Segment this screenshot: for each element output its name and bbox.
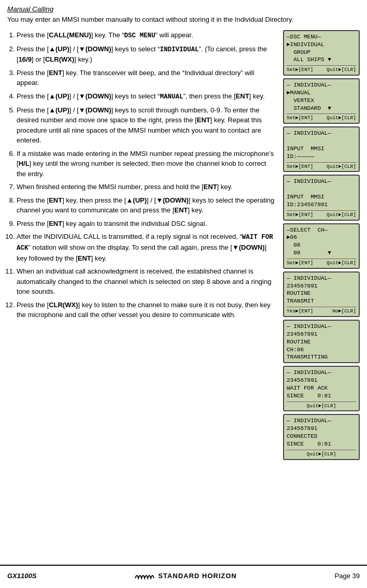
screen5-btn-right: Quit►[CLR] <box>327 260 356 267</box>
ent-key-5: ENT <box>49 196 62 204</box>
screen7-line2: 234567891 <box>287 331 356 338</box>
instruction-2: Press the [▲(UP)] / [▼(DOWN)] keys to se… <box>17 44 277 65</box>
instruction-12: Press the [CLR(WX)] key to listen to the… <box>17 300 277 320</box>
screen4-btn-left: Set►[ENT] <box>287 212 313 219</box>
instruction-7: When finished entering the MMSI number, … <box>17 182 277 192</box>
screen9-line1: — INDIVIDUAL— <box>287 417 356 425</box>
screen1-line3: GROUP <box>287 49 356 56</box>
up-key-2: ▲(UP) <box>49 92 69 100</box>
up-key: ▲(UP) <box>49 45 69 53</box>
down-key-4: ▼(DOWN) <box>156 196 189 204</box>
screen3-line1: — INDIVIDUAL— <box>287 130 356 137</box>
screen5-btn-left: Set►[ENT] <box>287 260 313 267</box>
screen-input-mmsi-empty: — INDIVIDUAL— INPUT MMSI ID:————— Set►[E… <box>283 126 360 172</box>
screen2-btn-left: Set►[ENT] <box>287 115 313 122</box>
screen3-line2 <box>287 137 356 145</box>
screen8-line4: SINCE 0:01 <box>287 392 356 400</box>
key-169: 16/9 <box>19 55 32 63</box>
footer: GX1100S STANDARD HORIZON Page 39 <box>0 565 367 583</box>
screen8-line1: — INDIVIDUAL— <box>287 369 356 377</box>
ent-key-3: ENT <box>197 116 210 124</box>
screen3-line3: INPUT MMSI <box>287 145 356 153</box>
screen5-line4: 09 ▼ <box>287 249 356 257</box>
ent-key-8: ENT <box>78 254 91 262</box>
screen5-line2: ►06 <box>287 234 356 241</box>
screen7-line3: ROUTINE <box>287 338 356 346</box>
clr-wx-key: CLR(WX) <box>45 55 74 63</box>
screen6-line4: TRANSMIT <box>287 297 356 305</box>
screen2-line4: STANDARD ▼ <box>287 105 356 112</box>
screen8-line3: WAIT FOR ACK <box>287 384 356 392</box>
ent-key: ENT <box>49 69 62 77</box>
screen2-line1: — INDIVIDUAL— <box>287 81 356 89</box>
instructions-list: Press the [CALL(MENU)] key. The “DSC MEN… <box>7 30 277 323</box>
screen7-line5: TRANSMITTING <box>287 353 356 361</box>
screen6-btn-left: Yes►[ENT] <box>287 308 313 315</box>
down-key: ▼(DOWN) <box>79 45 111 53</box>
instruction-11: When an individual call acknowledgment i… <box>17 266 277 297</box>
screen1-line1: —DSC MENU— <box>287 33 356 41</box>
screen5-line3: 08 <box>287 241 356 249</box>
instruction-3: Press the [ENT] key. The transceiver wil… <box>17 68 277 88</box>
ent-key-7: ENT <box>49 220 62 227</box>
screen2-btn-right: Quit►[CLR] <box>327 115 356 122</box>
screen-input-mmsi-filled: — INDIVIDUAL— INPUT MMSI ID:234567891 Se… <box>283 175 360 220</box>
screen1-line2: ►INDIVIDUAL <box>287 41 356 49</box>
screen3-line4: ID:————— <box>287 153 356 161</box>
screen4-line1: — INDIVIDUAL— <box>287 178 356 185</box>
down-key-5: ▼(DOWN) <box>232 243 265 251</box>
screen6-btn-right: No►[CLR] <box>332 308 356 315</box>
screen4-line3: INPUT MMSI <box>287 193 356 201</box>
footer-logo: STANDARD HORIZON <box>134 569 237 583</box>
screen-transmitting: — INDIVIDUAL— 234567891 ROUTINE CH:06 TR… <box>283 320 360 363</box>
instruction-6: If a mistake was made entering in the MM… <box>17 149 277 179</box>
screen7-line1: — INDIVIDUAL— <box>287 323 356 331</box>
instruction-4: Press the [▲(UP)] / [▼(DOWN)] keys to se… <box>17 91 277 102</box>
screen9-line3: CONNECTED <box>287 433 356 440</box>
instruction-5: Press the [▲(UP)] / [▼(DOWN)] keys to sc… <box>17 105 277 146</box>
hl-key: H/L <box>19 160 30 167</box>
individual-label: INDIVIDUAL <box>160 46 199 53</box>
footer-brand-name: STANDARD HORIZON <box>158 572 237 580</box>
screen4-line4: ID:234567891 <box>287 201 356 209</box>
screen1-btn-right: Quit►[CLR] <box>327 67 356 74</box>
screen2-line3: VERTEX <box>287 97 356 105</box>
footer-model: GX1100S <box>7 572 36 580</box>
instruction-10: After the INDIVIDUAL CALL is transmitted… <box>17 232 277 263</box>
screen8-line2: 234567891 <box>287 377 356 384</box>
screen-individual-menu: — INDIVIDUAL— ►MANUAL VERTEX STANDARD ▼ … <box>283 78 360 124</box>
screen9-line4: SINCE 0:01 <box>287 440 356 448</box>
screen2-line2: ►MANUAL <box>287 89 356 97</box>
ent-key-6: ENT <box>174 206 188 214</box>
footer-page: Page 39 <box>335 572 360 580</box>
up-key-3: ▲(UP) <box>49 106 69 114</box>
down-key-2: ▼(DOWN) <box>79 92 111 100</box>
screen9-btn-center: Quit►[CLR] <box>306 451 336 458</box>
screen5-line1: —SELECT CH— <box>287 226 356 234</box>
screen1-btn-left: Set►[ENT] <box>287 67 313 74</box>
dsc-menu-label: DSC MENU <box>124 32 156 39</box>
screen4-line2 <box>287 185 356 193</box>
call-menu-key: CALL(MENU) <box>49 31 91 39</box>
screen-transmit-confirm: — INDIVIDUAL— 234567891 ROUTINE TRANSMIT… <box>283 271 360 317</box>
screens-column: —DSC MENU— ►INDIVIDUAL GROUP ALL SHIPS ▼… <box>283 30 360 460</box>
screen-wait-for-ack: — INDIVIDUAL— 234567891 WAIT FOR ACK SIN… <box>283 366 360 411</box>
instruction-1: Press the [CALL(MENU)] key. The “DSC MEN… <box>17 30 277 41</box>
intro-paragraph: You may enter an MMSI number manually to… <box>7 15 360 25</box>
screen9-line2: 234567891 <box>287 425 356 433</box>
clr-wx-key-2: CLR(WX) <box>49 301 78 309</box>
screen6-line2: 234567891 <box>287 282 356 290</box>
screen-select-ch: —SELECT CH— ►06 08 09 ▼ Set►[ENT] Quit►[… <box>283 223 360 269</box>
ent-key-4: ENT <box>204 183 217 191</box>
screen6-line3: ROUTINE <box>287 290 356 297</box>
up-key-4: ▲(UP) <box>126 196 147 204</box>
page-title: Manual Calling <box>7 5 360 13</box>
down-key-3: ▼(DOWN) <box>79 106 111 114</box>
screen-dsc-menu: —DSC MENU— ►INDIVIDUAL GROUP ALL SHIPS ▼… <box>283 30 360 76</box>
ent-key-2: ENT <box>236 92 249 100</box>
screen6-line1: — INDIVIDUAL— <box>287 275 356 282</box>
standard-horizon-logo <box>134 569 155 583</box>
content-area: Press the [CALL(MENU)] key. The “DSC MEN… <box>7 30 360 460</box>
screen7-line4: CH:06 <box>287 346 356 354</box>
screen8-btn-center: Quit►[CLR] <box>306 403 336 410</box>
